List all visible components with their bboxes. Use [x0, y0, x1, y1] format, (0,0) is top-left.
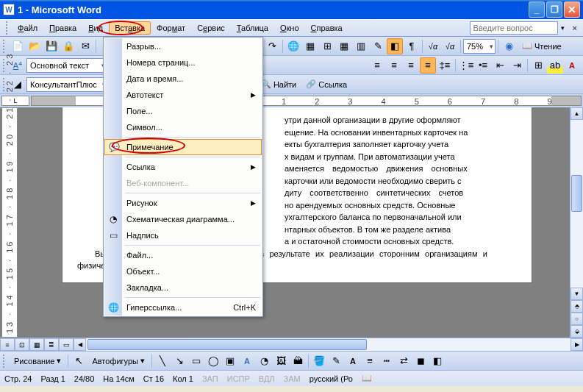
menu-item-схематическая диаграмма[interactable]: ◔Схематическая диаграмма...: [104, 211, 262, 227]
grip[interactable]: [6, 21, 9, 35]
select-objects-button[interactable]: ↖: [71, 353, 87, 369]
save-button[interactable]: 💾: [43, 38, 60, 54]
drawing-button[interactable]: ✎: [370, 38, 386, 54]
hscroll-thumb[interactable]: [87, 339, 367, 350]
bulleted-list-button[interactable]: •≡: [475, 57, 491, 74]
close-button[interactable]: ✕: [564, 1, 580, 18]
show-marks-button[interactable]: ¶: [404, 38, 420, 54]
status-spellcheck-icon[interactable]: 📖: [362, 374, 372, 383]
status-rec[interactable]: ЗАП: [202, 374, 218, 383]
tables-borders-button[interactable]: ▦: [302, 38, 318, 54]
columns-button[interactable]: ▥: [353, 38, 369, 54]
vertical-scrollbar[interactable]: ▲ ▼ ⬘ ○ ⬙: [570, 107, 583, 338]
help-dropdown[interactable]: ▾: [558, 20, 568, 36]
menu-edit[interactable]: Правка: [43, 21, 82, 35]
menu-item-файл[interactable]: Файл...: [104, 247, 262, 263]
borders-button[interactable]: ⊞: [530, 57, 546, 74]
menu-item-ссылка[interactable]: Ссылка▶: [104, 159, 262, 175]
menu-item-дата и время[interactable]: Дата и время...: [104, 71, 262, 87]
line-color-button[interactable]: ✎: [328, 353, 344, 369]
permission-button[interactable]: 🔒: [60, 38, 76, 54]
menu-item-номера страниц[interactable]: Номера страниц...: [104, 54, 262, 71]
scroll-left-button[interactable]: ◀: [74, 338, 86, 351]
menu-item-примечание[interactable]: 💬Примечание: [104, 139, 262, 155]
document-scroll[interactable]: утри данной организации в другие оформля…: [18, 107, 570, 338]
status-trk[interactable]: ИСПР: [227, 374, 250, 383]
zoom-combo[interactable]: 75%: [463, 39, 496, 54]
align-right-button[interactable]: ≡: [403, 57, 419, 74]
horizontal-scrollbar[interactable]: ◀ ▶: [74, 338, 583, 351]
increase-indent-button[interactable]: ⇥: [509, 57, 525, 74]
menu-file[interactable]: Файл: [12, 21, 43, 35]
insert-table-button[interactable]: ⊞: [319, 38, 335, 54]
help-button[interactable]: ◉: [501, 38, 517, 54]
numbered-list-button[interactable]: ⋮≡: [458, 57, 474, 74]
font-color-button[interactable]: A: [345, 353, 361, 369]
scroll-track[interactable]: [571, 120, 583, 288]
scroll-down-button[interactable]: ▼: [571, 288, 583, 300]
status-lang[interactable]: русский (Ро: [310, 374, 353, 383]
menu-insert[interactable]: Вставка: [109, 21, 151, 35]
oval-button[interactable]: ◯: [205, 353, 221, 369]
equation-button[interactable]: √α: [425, 38, 441, 54]
menu-view[interactable]: Вид: [82, 21, 109, 35]
textbox-button[interactable]: ▣: [222, 353, 238, 369]
menu-tools[interactable]: Сервис: [191, 21, 231, 35]
menu-help[interactable]: Справка: [305, 21, 348, 35]
fill-color-button[interactable]: 🪣: [311, 353, 327, 369]
maximize-button[interactable]: ❐: [546, 1, 562, 18]
excel-button[interactable]: ▦: [336, 38, 352, 54]
font-color-button[interactable]: A: [564, 57, 580, 74]
redo-button[interactable]: ↷: [264, 38, 280, 54]
doc-map-button[interactable]: ◧: [387, 38, 403, 54]
menu-table[interactable]: Таблица: [231, 21, 274, 35]
menu-window[interactable]: Окно: [274, 21, 305, 35]
rectangle-button[interactable]: ▭: [188, 353, 204, 369]
link-button[interactable]: 🔗 Ссылка: [301, 76, 351, 93]
scroll-up-button[interactable]: ▲: [571, 107, 583, 120]
wordart-button[interactable]: A: [239, 353, 255, 369]
menu-item-надпись[interactable]: ▭Надпись: [104, 227, 262, 243]
doc-close-button[interactable]: ×: [573, 24, 577, 32]
prev-page-button[interactable]: ⬘: [571, 300, 583, 313]
open-button[interactable]: 📂: [26, 38, 43, 54]
line-button[interactable]: ╲: [154, 353, 171, 369]
grip[interactable]: [3, 354, 6, 368]
status-ovr[interactable]: ЗАМ: [284, 374, 301, 383]
align-justify-button[interactable]: ≡: [420, 57, 436, 74]
read-mode-button[interactable]: 📖 Чтение: [518, 38, 566, 54]
autoshapes-button[interactable]: Автофигуры ▾: [87, 353, 149, 369]
email-button[interactable]: ✉: [77, 38, 93, 54]
browse-object-button[interactable]: ○: [571, 313, 583, 325]
web-view-button[interactable]: ⊡: [15, 338, 29, 351]
style-combo[interactable]: Основной текст: [26, 58, 107, 73]
diagram-button[interactable]: ◔: [256, 353, 272, 369]
line-style-button[interactable]: ≡: [362, 353, 378, 369]
menu-format[interactable]: Формат: [151, 21, 191, 35]
consultant-combo[interactable]: КонсультантПлюс: [26, 77, 108, 92]
highlight-button[interactable]: ab: [547, 57, 563, 74]
hscroll-track[interactable]: [86, 338, 571, 351]
drawing-menu-button[interactable]: Рисование ▾: [10, 353, 65, 369]
scroll-right-button[interactable]: ▶: [571, 338, 583, 351]
shadow-button[interactable]: ◼: [412, 353, 429, 369]
align-left-button[interactable]: ≡: [369, 57, 385, 74]
outline-view-button[interactable]: ≣: [44, 338, 59, 351]
arrow-style-button[interactable]: ⇄: [396, 353, 412, 369]
grip[interactable]: [3, 40, 6, 53]
hyperlink-button[interactable]: 🌐: [285, 38, 301, 54]
align-center-button[interactable]: ≡: [386, 57, 402, 74]
print-view-button[interactable]: ▦: [29, 338, 44, 351]
3d-button[interactable]: ◧: [429, 353, 446, 369]
equation2-button[interactable]: √α: [442, 38, 458, 54]
menu-item-разрыв[interactable]: Разрыв...: [104, 38, 262, 54]
minimize-button[interactable]: _: [529, 1, 545, 18]
clipart-button[interactable]: 🖼: [273, 353, 289, 369]
picture-button[interactable]: 🏔: [290, 353, 306, 369]
menu-item-гиперссылка[interactable]: 🌐Гиперссылка...Ctrl+K: [104, 299, 262, 316]
next-page-button[interactable]: ⬙: [571, 325, 583, 338]
normal-view-button[interactable]: ≡: [0, 338, 15, 351]
help-search-input[interactable]: [470, 21, 558, 35]
scroll-thumb[interactable]: [571, 175, 582, 212]
arrow-button[interactable]: ↘: [171, 353, 187, 369]
